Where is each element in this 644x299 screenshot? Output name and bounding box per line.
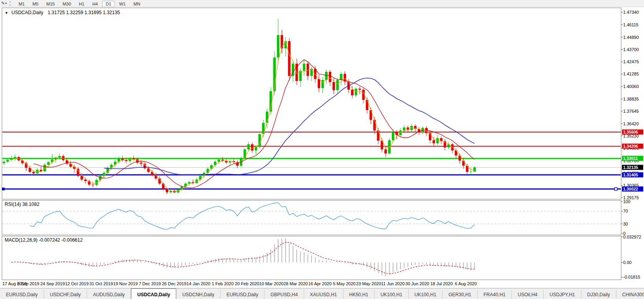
price-axis-tick: 1.38835 — [623, 97, 639, 101]
price-tag-1.31405: 1.31405 — [622, 172, 643, 178]
symbol-tab-usdchf-daily[interactable]: USDCHF,Daily — [44, 290, 87, 299]
mt4-window: ✎ ▾ M1M5M15M30H1H4D1W1MN ▼ USDCAD,Daily … — [0, 0, 644, 299]
price-tag-1.33011: 1.33011 — [622, 156, 643, 161]
symbol-tab-usdjpy-h1[interactable]: USDJPY,H1 — [544, 290, 581, 299]
rsi-indicator-label: RSI(14) 38.1082 — [5, 202, 39, 207]
date-axis-label: 20 Feb 2020 — [235, 281, 259, 286]
symbol-tab-bar: EURUSD,DailyUSDCHF,DailyAUDUSD,DailyUSDC… — [0, 288, 644, 299]
date-axis-label: 23 May 2020 — [356, 281, 381, 286]
chevron-down-icon[interactable]: ▾ — [5, 2, 7, 5]
timeframe-button-mn[interactable]: MN — [130, 1, 144, 7]
timeframe-button-m1[interactable]: M1 — [15, 1, 28, 7]
price-axis-tick: 1.46115 — [623, 22, 638, 27]
timeframe-buttons: M1M5M15M30H1H4D1W1MN — [15, 0, 144, 7]
price-axis-tick: 1.44890 — [623, 35, 639, 40]
date-axis-label: 7 Dec 2019 — [139, 281, 161, 286]
main-chart-panel[interactable] — [2, 8, 621, 199]
date-axis-label: 10 Mar 2020 — [259, 281, 284, 286]
timeframe-button-w1[interactable]: W1 — [116, 1, 129, 7]
symbol-tab-dj30-daily[interactable]: DJ30,Daily — [581, 290, 616, 299]
price-axis-tick: 1.43700 — [623, 47, 639, 52]
date-axis-label: 26 Dec 2019 — [162, 281, 186, 286]
toolbar: ✎ ▾ M1M5M15M30H1H4D1W1MN — [0, 0, 644, 7]
date-axis-label: 11 Jun 2020 — [381, 281, 405, 286]
symbol-tab-fra40-h1[interactable]: FRA40,H1 — [478, 290, 512, 299]
price-axis-tick: 1.42475 — [623, 59, 639, 64]
chart-canvas[interactable] — [0, 0, 644, 299]
symbol-tab-uk100-h1[interactable]: UK100,H1 — [409, 290, 443, 299]
price-tag-1.30022: 1.30022 — [622, 186, 643, 191]
toolbar-grip[interactable] — [9, 1, 12, 6]
panel-splitter[interactable] — [0, 199, 644, 200]
date-axis-label: 31 Oct 2019 — [89, 281, 113, 286]
symbol-tab-xauusd-h1[interactable]: XAUUSD,H1 — [304, 290, 343, 299]
timeframe-button-h1[interactable]: H1 — [76, 1, 88, 7]
symbol-tab-gbpusd-h4[interactable]: GBPUSD,H4 — [264, 290, 304, 299]
date-axis-label: 6 Aug 2020 — [455, 281, 477, 286]
symbol-tab-ger30-h1[interactable]: GER30,H1 — [443, 290, 478, 299]
chart-plot-area[interactable] — [2, 8, 621, 199]
draw-tool-icon[interactable]: ✎ — [1, 1, 5, 6]
date-axis-label: 14 Jan 2020 — [186, 281, 210, 286]
price-axis-tick: 1.47340 — [623, 10, 639, 15]
price-tag-1.34206: 1.34206 — [622, 144, 643, 149]
price-axis-tick: 1.40060 — [623, 84, 639, 89]
panel-splitter[interactable] — [0, 235, 644, 236]
date-axis-label: 30 Jun 2020 — [405, 281, 429, 286]
rsi-axis-tick: 30 — [623, 222, 628, 226]
chart-symbol-label: USDCAD,Daily — [11, 10, 43, 15]
symbol-dropdown-icon[interactable]: ▼ — [5, 11, 8, 15]
date-axis-label: 12 Oct 2019 — [65, 281, 89, 286]
price-axis-tick: 1.41285 — [623, 72, 639, 76]
date-axis-label: 19 Nov 2019 — [113, 281, 138, 286]
symbol-tab-usoil-h4[interactable]: USOil,H4 — [512, 290, 544, 299]
chart-title: ▼ USDCAD,Daily 1.31725 1.32259 1.31695 1… — [5, 10, 120, 15]
rsi-axis-tick: 70 — [623, 209, 628, 213]
symbol-tab-eurusd-daily[interactable]: EURUSD,Daily — [221, 290, 265, 299]
symbol-tab-audusd-daily[interactable]: AUDUSD,Daily — [87, 290, 131, 299]
symbol-tab-hk50-h1[interactable]: HK50,H1 — [343, 290, 375, 299]
line-handle-left[interactable] — [2, 188, 5, 191]
date-axis-label: 18 Jul 2020 — [430, 281, 453, 286]
macd-axis-tick: 0.00 — [623, 260, 631, 265]
macd-indicator-label: MACD(12,26,9) -0.007242 -0.006612 — [5, 237, 83, 243]
timeframe-button-d1[interactable]: D1 — [102, 1, 115, 7]
timeframe-button-m15[interactable]: M15 — [43, 1, 58, 7]
date-axis-label: 16 Apr 2020 — [308, 281, 332, 286]
timeframe-button-h4[interactable]: H4 — [89, 1, 101, 7]
macd-axis-tick: -0.01815 — [623, 275, 640, 279]
date-axis-label: 5 May 2020 — [333, 281, 355, 286]
timeframe-button-m5[interactable]: M5 — [29, 1, 42, 7]
chart-ohlc-values: 1.31725 1.32259 1.31695 1.32135 — [48, 10, 120, 15]
symbol-tab-uk100-h1[interactable]: UK100,H1 — [375, 290, 408, 299]
rsi-panel[interactable] — [2, 200, 621, 235]
symbol-tab-usdcnh-daily[interactable]: USDCNH,Daily — [176, 290, 220, 299]
symbol-tab-usdcad-daily[interactable]: USDCAD,Daily — [131, 288, 176, 299]
symbol-tab-china300-h1[interactable]: CHINA300,H1 — [616, 290, 644, 299]
date-axis-label: 28 Mar 2020 — [284, 281, 308, 286]
price-axis-tick: 1.37645 — [623, 109, 639, 114]
timeframe-button-m30[interactable]: M30 — [59, 1, 74, 7]
price-tag-1.35606: 1.35606 — [622, 129, 643, 134]
date-axis-label: 24 Sep 2019 — [40, 281, 65, 286]
price-tag-1.32135: 1.32135 — [622, 165, 643, 170]
symbol-tab-eurusd-daily[interactable]: EURUSD,Daily — [0, 290, 44, 299]
date-axis-label: 1 Feb 2020 — [212, 281, 234, 286]
line-handle-right[interactable] — [614, 188, 617, 191]
price-axis-tick: 1.36420 — [623, 121, 639, 126]
date-axis-label: 5 Sep 2019 — [17, 281, 39, 286]
